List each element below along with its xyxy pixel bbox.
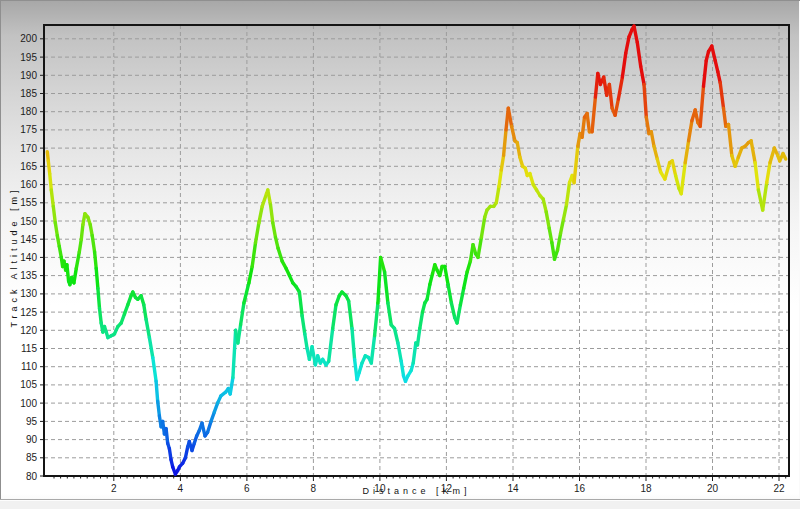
bottom-strip [0,501,800,509]
svg-text:200: 200 [20,33,37,44]
svg-text:115: 115 [21,343,37,354]
svg-text:180: 180 [20,106,37,117]
svg-text:145: 145 [20,234,37,245]
svg-text:105: 105 [20,379,37,390]
svg-text:80: 80 [26,471,38,482]
svg-text:135: 135 [20,270,37,281]
svg-text:160: 160 [20,179,37,190]
svg-text:190: 190 [20,70,37,81]
svg-text:125: 125 [20,307,37,318]
svg-text:185: 185 [20,88,37,99]
svg-text:85: 85 [26,452,38,463]
svg-text:110: 110 [21,361,37,372]
altitude-profile-panel: 8085909510010511011512012513013514014515… [0,0,800,509]
svg-text:140: 140 [20,252,37,263]
y-axis-title: Track Altitude [m] [9,147,19,367]
svg-text:170: 170 [20,143,37,154]
svg-text:150: 150 [20,216,37,227]
svg-text:195: 195 [20,52,37,63]
svg-text:155: 155 [20,197,37,208]
svg-text:100: 100 [20,398,37,409]
svg-text:120: 120 [20,325,37,336]
svg-text:95: 95 [26,416,38,427]
svg-text:90: 90 [26,434,38,445]
x-axis-title: Distance [Km] [44,486,789,496]
svg-text:130: 130 [20,288,37,299]
altitude-profile-chart: 8085909510010511011512012513013514014515… [0,0,800,509]
svg-text:165: 165 [20,161,37,172]
svg-text:175: 175 [20,124,37,135]
